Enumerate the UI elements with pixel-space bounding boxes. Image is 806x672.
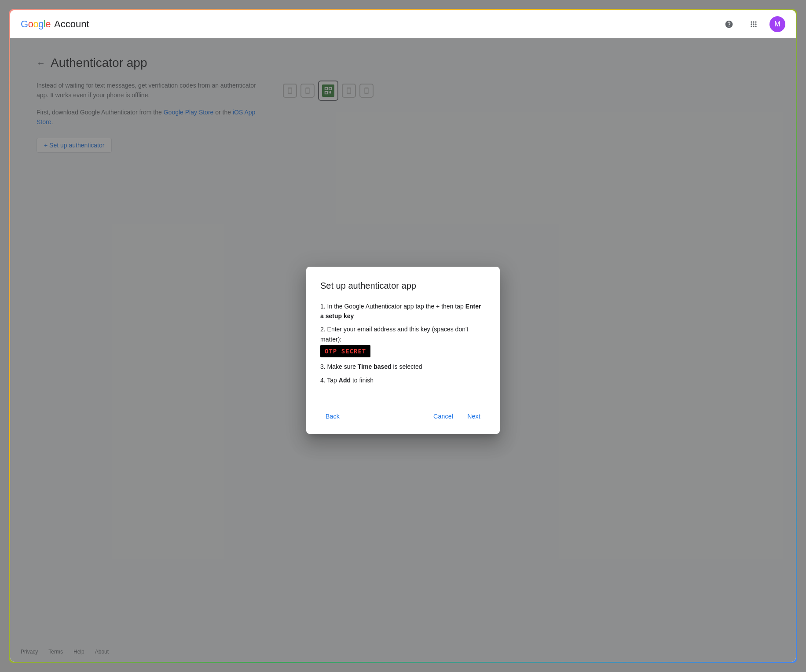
step1-text: 1. In the Google Authenticator app tap t… [320,301,486,321]
apps-button[interactable] [745,15,762,33]
dialog-step-2: 2. Enter your email address and this key… [320,324,486,358]
main-content: ← Authenticator app Instead of waiting f… [10,38,796,662]
back-button[interactable]: Back [320,409,345,423]
step3-text: 3. Make sure Time based is selected [320,362,422,371]
apps-icon [749,20,758,29]
help-icon [725,20,733,29]
avatar[interactable]: M [769,16,785,32]
step2-text: 2. Enter your email address and this key… [320,324,486,358]
help-button[interactable] [720,15,738,33]
step3-bold: Time based [358,363,392,370]
setup-authenticator-dialog: Set up authenticator app 1. In the Googl… [306,267,500,434]
next-button[interactable]: Next [462,409,486,423]
step4-bold: Add [339,377,351,384]
step4-prefix: 4. Tap [320,377,339,384]
step3-suffix: is selected [392,363,422,370]
step4-text: 4. Tap Add to finish [320,375,374,385]
header-left: Google Account [21,18,89,30]
dialog-step-4: 4. Tap Add to finish [320,375,486,385]
step2-prefix: 2. Enter your email address and this key… [320,326,469,342]
dialog-title: Set up authenticator app [320,281,486,291]
dialog-body: 1. In the Google Authenticator app tap t… [320,301,486,399]
dialog-step-3: 3. Make sure Time based is selected [320,362,486,371]
step1-prefix: 1. In the Google Authenticator app tap t… [320,303,465,310]
header-right: M [720,15,785,33]
dialog-step-1: 1. In the Google Authenticator app tap t… [320,301,486,321]
dialog-footer-right: Cancel Next [428,409,486,423]
otp-secret: OTP SECRET [320,345,370,357]
dialog-footer: Back Cancel Next [320,399,486,423]
step4-suffix: to finish [351,377,374,384]
header-account-label: Account [54,18,89,30]
step3-prefix: 3. Make sure [320,363,358,370]
cancel-button[interactable]: Cancel [428,409,458,423]
header: Google Account M [10,10,796,38]
google-logo: Google [21,18,51,30]
